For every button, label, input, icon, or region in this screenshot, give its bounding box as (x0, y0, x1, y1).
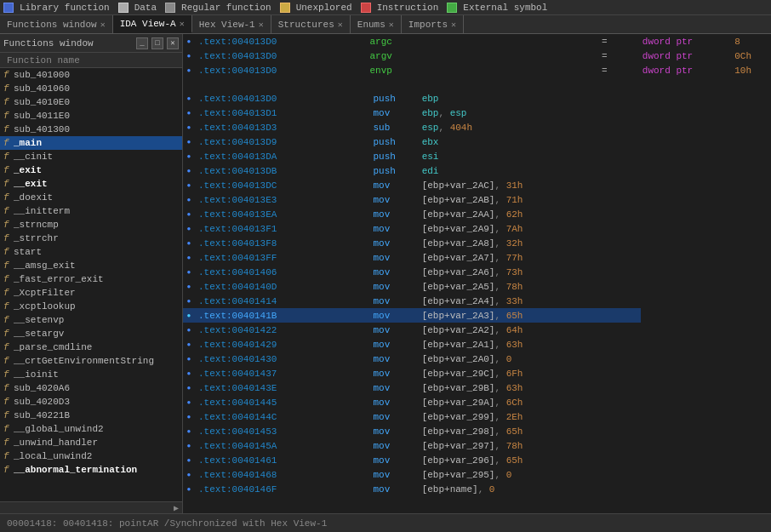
func-name-label: _XcptFilter (14, 288, 76, 298)
asm-dot: ● (183, 34, 195, 49)
asm-opcode: mov (373, 410, 415, 424)
function-item[interactable]: fsub_4010E0 (0, 95, 182, 109)
asm-mem: [ebp+var_29A] (422, 398, 495, 408)
function-item[interactable]: f__amsg_exit (0, 259, 182, 272)
asm-num: 32h (506, 238, 523, 249)
asm-address: .text:004013F8 (195, 236, 366, 250)
dot-icon: ● (187, 297, 191, 305)
function-item[interactable]: f_fast_error_exit (0, 272, 182, 286)
asm-instr: mov [ebp+var_29A], 6Ch (366, 395, 640, 409)
function-item[interactable]: fsub_4020A6 (0, 381, 182, 395)
functions-list[interactable]: fsub_401000fsub_401060fsub_4010E0fsub_40… (0, 68, 182, 501)
asm-comma: , (494, 455, 505, 466)
table-row: ● .text:004013D0 argv = dword ptr 0Ch (183, 49, 771, 63)
function-item[interactable]: f_strrchr (0, 232, 182, 245)
function-item[interactable]: f_parse_cmdline (0, 340, 182, 354)
asm-address: .text:0040143E (195, 380, 366, 395)
table-row: ● .text:004013DB push edi (183, 163, 771, 178)
dot-icon: ● (187, 427, 191, 435)
unexplored-color (280, 3, 290, 13)
tab-hex-view-1[interactable]: Hex View-1 ✕ (192, 15, 271, 33)
asm-comma: , (494, 354, 505, 364)
function-item[interactable]: fsub_4011E0 (0, 109, 182, 123)
function-item[interactable]: f__setargv (0, 327, 182, 340)
function-item[interactable]: f__setenvp (0, 313, 182, 327)
function-item[interactable]: fsub_401300 (0, 123, 182, 136)
tab-ida-view-a-close[interactable]: ✕ (180, 19, 185, 29)
function-item[interactable]: f_xcptlookup (0, 300, 182, 313)
asm-type: dword ptr (641, 34, 731, 49)
function-item[interactable]: f__cinit (0, 150, 182, 163)
function-item[interactable]: f_XcptFilter (0, 286, 182, 300)
tab-enums-close[interactable]: ✕ (389, 20, 394, 30)
dot-icon: ● (187, 52, 191, 60)
status-text: 00001418: 00401418: pointAR /Synchronize… (7, 518, 327, 529)
function-item[interactable]: f_local_unwind2 (0, 449, 182, 463)
functions-close-btn[interactable]: ✕ (167, 37, 179, 49)
asm-num: 2Eh (506, 412, 523, 422)
asm-opcode: mov (373, 106, 415, 120)
function-item[interactable]: f_main (0, 136, 182, 150)
tab-structures-close[interactable]: ✕ (338, 20, 343, 30)
asm-address: .text:0040141B (195, 308, 366, 323)
asm-address: .text:00401461 (195, 453, 366, 467)
tab-hex-view-1-close[interactable]: ✕ (259, 20, 264, 30)
function-item[interactable]: f_unwind_handler (0, 436, 182, 449)
functions-panel: Functions window _ □ ✕ Function name fsu… (0, 34, 183, 513)
function-item[interactable]: f_doexit (0, 191, 182, 204)
function-item[interactable]: f__ioinit (0, 368, 182, 381)
func-f-icon: f (3, 438, 12, 448)
asm-comma: , (494, 441, 505, 451)
function-item[interactable]: fstart (0, 245, 182, 259)
function-item[interactable]: f__initterm (0, 204, 182, 218)
function-item[interactable]: f__crtGetEnvironmentString (0, 354, 182, 368)
tab-ida-view-a[interactable]: IDA View-A ✕ (113, 15, 192, 33)
asm-address: .text:004013DB (195, 163, 366, 178)
func-name-label: _local_unwind2 (14, 451, 92, 461)
asm-mem: [ebp+var_2A7] (422, 253, 495, 263)
tab-functions-close[interactable]: ✕ (100, 20, 106, 30)
asm-dot: ● (183, 120, 195, 134)
tab-imports-close[interactable]: ✕ (451, 20, 456, 30)
func-f-icon: f (3, 383, 12, 393)
functions-minimize-btn[interactable]: _ (136, 37, 148, 49)
table-row: ● .text:00401461 mov [ebp+var_296], 65h (183, 453, 771, 467)
function-item[interactable]: fsub_4020D3 (0, 395, 182, 409)
asm-instr: push esi (366, 149, 640, 163)
func-name-label: _doexit (14, 192, 53, 203)
function-item[interactable]: fsub_401000 (0, 68, 182, 82)
tab-imports[interactable]: Imports ✕ (402, 15, 464, 33)
function-item[interactable]: f_strncmp (0, 218, 182, 232)
asm-eq: = (598, 34, 641, 49)
func-name-label: sub_401000 (14, 70, 70, 80)
dot-icon: ● (187, 369, 191, 377)
tab-structures[interactable]: Structures ✕ (271, 15, 351, 33)
table-row: ● .text:00401468 mov [ebp+var_295], 0 (183, 467, 771, 482)
asm-mem: [ebp+var_2A2] (422, 325, 495, 335)
asm-comma: , (494, 209, 505, 220)
dot-icon: ● (187, 94, 191, 102)
data-label: Data (131, 3, 160, 13)
asm-dot: ● (183, 178, 195, 192)
asm-instr: mov [ebp+name], 0 (366, 482, 640, 496)
asm-num: 7Ah (506, 224, 523, 234)
ida-view-panel[interactable]: ● .text:004013D0 argc = dword ptr 8 ● .t… (183, 34, 771, 513)
dot-icon: ● (187, 239, 191, 247)
asm-comma: , (494, 253, 505, 263)
asm-dot: ● (183, 279, 195, 294)
function-item[interactable]: fsub_40221B (0, 409, 182, 422)
asm-dot: ● (183, 308, 195, 323)
function-item[interactable]: fsub_401060 (0, 82, 182, 95)
func-name-label: _parse_cmdline (14, 342, 92, 352)
tab-functions[interactable]: Functions window ✕ (0, 15, 113, 33)
function-item[interactable]: f__global_unwind2 (0, 422, 182, 436)
asm-address: .text:00401414 (195, 294, 366, 308)
function-item[interactable]: f_exit (0, 163, 182, 177)
functions-restore-btn[interactable]: □ (151, 37, 163, 49)
function-item[interactable]: f__abnormal_termination (0, 463, 182, 477)
asm-address: .text:0040140D (195, 279, 366, 294)
tab-enums[interactable]: Enums ✕ (351, 15, 402, 33)
func-f-icon: f (3, 220, 12, 230)
function-item[interactable]: f__exit (0, 177, 182, 191)
asm-reg: ebp (422, 94, 439, 104)
